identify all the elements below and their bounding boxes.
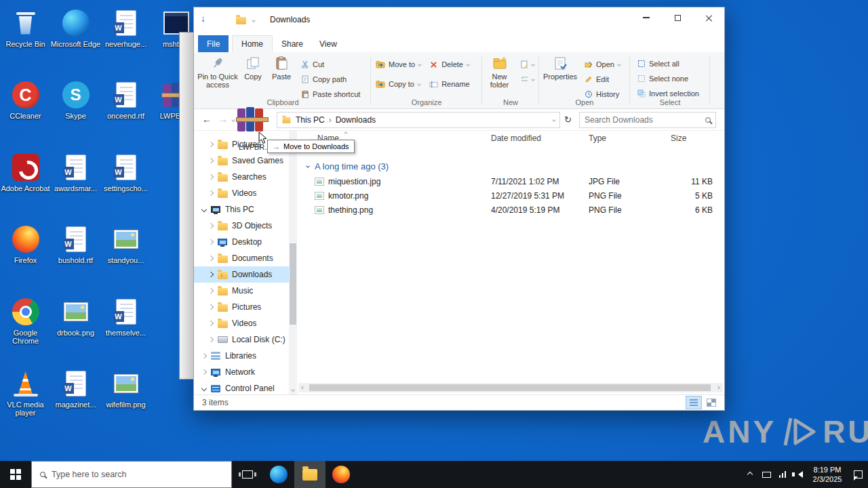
nav-item-pictures[interactable]: Pictures xyxy=(194,299,289,315)
taskbar-edge-button[interactable] xyxy=(263,461,294,488)
nav-item-videos-user[interactable]: Videos xyxy=(194,185,289,201)
maximize-button[interactable] xyxy=(662,7,693,28)
details-view-button[interactable] xyxy=(686,396,701,409)
move-to-button[interactable]: Move to xyxy=(373,57,424,72)
tab-home[interactable]: Home xyxy=(232,35,273,52)
taskbar-clock[interactable]: 8:19 PM 2/3/2025 xyxy=(807,465,848,484)
chevron-right-icon[interactable] xyxy=(208,190,214,196)
tab-share[interactable]: Share xyxy=(273,35,312,52)
address-dropdown-icon[interactable] xyxy=(552,118,556,122)
copy-to-button[interactable]: Copy to xyxy=(373,77,424,92)
nav-item-libraries[interactable]: Libraries xyxy=(194,348,289,364)
file-row[interactable]: kmotor.png 12/27/2019 5:31 PM PNG File 5… xyxy=(297,188,720,203)
task-view-button[interactable] xyxy=(232,461,263,488)
chevron-down-icon[interactable] xyxy=(201,386,207,391)
chevron-right-icon[interactable] xyxy=(208,174,214,180)
copy-button[interactable]: Copy xyxy=(239,54,267,81)
desktop-icon-ccleaner[interactable]: CCleaner xyxy=(0,80,51,120)
desktop-icon-magazinet[interactable]: magazinet... xyxy=(50,369,101,409)
desktop-icon-adobe-acrobat[interactable]: Adobe Acrobat xyxy=(0,152,51,192)
horizontal-scrollbar-thumb[interactable] xyxy=(309,384,711,391)
nav-item-documents[interactable]: Documents xyxy=(194,250,289,266)
breadcrumb-this-pc[interactable]: This PC xyxy=(296,115,325,125)
easy-access-button[interactable] xyxy=(517,72,537,87)
chevron-right-icon[interactable] xyxy=(208,223,214,228)
forward-button[interactable]: → xyxy=(218,114,228,125)
desktop-icon-themselve[interactable]: themselve... xyxy=(100,297,151,337)
action-center-button[interactable] xyxy=(848,461,868,488)
chevron-down-icon[interactable] xyxy=(201,207,207,212)
chevron-right-icon[interactable] xyxy=(208,337,214,342)
nav-item-searches[interactable]: Searches xyxy=(194,169,289,185)
chevron-right-icon[interactable] xyxy=(208,158,214,163)
desktop-icon-skype[interactable]: Skype xyxy=(50,80,101,120)
tab-view[interactable]: View xyxy=(311,35,346,52)
rename-button[interactable]: Rename xyxy=(427,77,473,92)
scroll-left-button[interactable] xyxy=(298,383,308,392)
desktop-icon-firefox[interactable]: Firefox xyxy=(0,224,51,264)
scroll-down-button[interactable] xyxy=(289,385,297,394)
desktop-icon-drbook[interactable]: drbook.png xyxy=(50,297,101,337)
column-header-type[interactable]: Type xyxy=(589,134,606,148)
thumbnails-view-button[interactable] xyxy=(704,396,719,409)
nav-item-saved-games[interactable]: Saved Games xyxy=(194,152,289,169)
breadcrumb-downloads[interactable]: Downloads xyxy=(336,115,376,125)
title-bar[interactable]: ↓ Downloads xyxy=(194,7,724,33)
desktop-icon-settingscho[interactable]: settingscho... xyxy=(100,152,151,192)
desktop-icon-microsoft-edge[interactable]: Microsoft Edge xyxy=(50,8,101,48)
minimize-button[interactable] xyxy=(631,7,662,28)
recent-locations-icon[interactable] xyxy=(231,118,235,122)
file-row[interactable]: miquestion.jpg 7/11/2021 1:02 PM JPG Fil… xyxy=(297,174,720,188)
collapse-group-icon[interactable] xyxy=(306,164,310,168)
nav-item-this-pc[interactable]: This PC xyxy=(194,201,289,218)
desktop-icon-wifefilm[interactable]: wifefilm.png xyxy=(100,369,151,409)
copy-path-button[interactable]: Copy path xyxy=(298,72,363,87)
pin-to-quick-access-button[interactable]: Pin to Quick access xyxy=(197,54,239,89)
desktop-icon-vlc[interactable]: VLC media player xyxy=(0,369,51,417)
desktop-icon-google-chrome[interactable]: Google Chrome xyxy=(0,297,51,345)
nav-item-videos[interactable]: Videos xyxy=(194,315,289,331)
nav-scrollbar[interactable] xyxy=(289,131,297,394)
nav-scrollbar-thumb[interactable] xyxy=(290,243,296,325)
nav-item-local-disk-c[interactable]: Local Disk (C:) xyxy=(194,331,289,348)
search-input[interactable] xyxy=(585,115,705,125)
desktop-icon-bushold[interactable]: bushold.rtf xyxy=(50,224,101,264)
taskbar-firefox-button[interactable] xyxy=(326,461,357,488)
back-button[interactable]: ← xyxy=(202,114,212,125)
search-box[interactable] xyxy=(579,112,716,128)
tray-expand-button[interactable] xyxy=(742,461,758,488)
delete-button[interactable]: Delete xyxy=(427,57,473,72)
desktop-icon-awardsmar[interactable]: awardsmar... xyxy=(50,152,101,192)
chevron-right-icon[interactable] xyxy=(208,256,214,261)
nav-item-network[interactable]: Network xyxy=(194,364,289,380)
file-row[interactable]: thething.png 4/20/2019 5:19 PM PNG File … xyxy=(297,203,720,217)
nav-item-control-panel[interactable]: Control Panel xyxy=(194,380,289,394)
tray-display-icon[interactable] xyxy=(758,461,774,488)
desktop-icon-recycle-bin[interactable]: Recycle Bin xyxy=(0,8,51,48)
chevron-right-icon[interactable] xyxy=(208,304,214,310)
column-header-date-modified[interactable]: Date modified xyxy=(491,134,541,148)
properties-button[interactable]: Properties xyxy=(541,54,579,81)
tab-file[interactable]: File xyxy=(198,35,229,52)
refresh-button[interactable]: ↻ xyxy=(564,115,572,125)
cut-button[interactable]: Cut xyxy=(298,57,363,72)
chevron-right-icon[interactable] xyxy=(201,369,207,375)
select-all-button[interactable]: Select all xyxy=(635,56,708,71)
tray-volume-icon[interactable] xyxy=(791,461,807,488)
chevron-down-icon[interactable] xyxy=(252,18,256,22)
chevron-right-icon[interactable] xyxy=(208,272,214,277)
background-window[interactable] xyxy=(179,32,194,380)
desktop-icon-neverhuge[interactable]: neverhuge... xyxy=(100,8,151,48)
chevron-right-icon[interactable] xyxy=(208,321,214,326)
nav-item-downloads[interactable]: Downloads xyxy=(194,266,289,283)
tray-network-icon[interactable] xyxy=(774,461,791,488)
nav-item-3d-objects[interactable]: 3D Objects xyxy=(194,218,289,234)
chevron-right-icon[interactable] xyxy=(208,142,214,147)
new-item-button[interactable] xyxy=(517,57,537,72)
chevron-right-icon[interactable] xyxy=(208,239,214,245)
chevron-right-icon[interactable] xyxy=(201,353,207,359)
desktop-icon-standyou[interactable]: standyou... xyxy=(100,224,151,264)
scroll-right-button[interactable] xyxy=(713,383,723,392)
new-folder-button[interactable]: New folder xyxy=(484,54,515,89)
group-header[interactable]: A long time ago (3) xyxy=(297,159,389,173)
